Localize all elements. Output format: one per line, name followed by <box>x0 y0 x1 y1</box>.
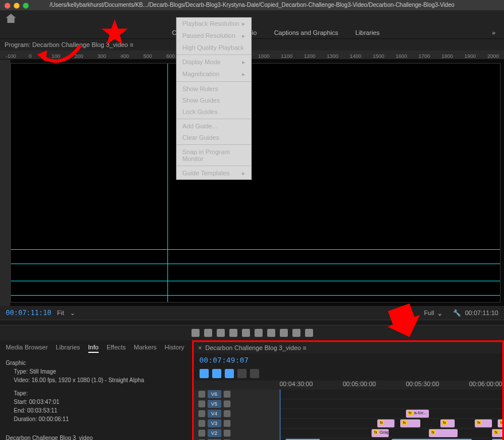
track-label[interactable]: V2 <box>208 429 221 437</box>
eye-icon[interactable] <box>224 391 230 398</box>
clip[interactable]: fx <box>492 429 503 437</box>
menu-snap[interactable]: Snap in Program Monitor <box>177 146 251 164</box>
lock-icon[interactable] <box>198 430 205 437</box>
info-end: End: 00:03:53:11 <box>6 406 186 415</box>
eye-icon[interactable] <box>224 400 230 407</box>
fit-dropdown[interactable]: Fit <box>57 309 64 316</box>
menu-playback-resolution[interactable]: Playback Resolution▸ <box>177 18 251 30</box>
menu-magnification[interactable]: Magnification▸ <box>177 68 251 80</box>
timeline-panel: ×Decarbon Challenge Blog 3_video ≡ 00:07… <box>192 340 505 440</box>
monitor-canvas[interactable] <box>10 63 501 302</box>
guide-vertical[interactable] <box>167 64 168 302</box>
ruler-vertical[interactable] <box>0 60 10 306</box>
info-start: Start: 00:03:47:01 <box>6 398 186 406</box>
clip[interactable]: fx <box>440 419 455 427</box>
menu-libraries[interactable]: Libraries <box>355 29 380 36</box>
lock-icon[interactable] <box>198 400 205 407</box>
menu-paused-resolution[interactable]: Paused Resolution▸ <box>177 30 251 42</box>
clip[interactable]: fx <box>475 419 492 427</box>
tab-libraries[interactable]: Libraries <box>56 344 80 353</box>
eye-icon[interactable] <box>224 420 230 427</box>
tab-effects[interactable]: Effects <box>107 344 126 353</box>
menu-add-guide[interactable]: Add Guide... <box>177 120 251 132</box>
guide-horizontal[interactable] <box>11 281 500 281</box>
ruler-mark: 400 <box>120 53 143 59</box>
lift-button[interactable] <box>280 329 288 337</box>
guide-horizontal[interactable] <box>11 249 500 250</box>
step-fwd-button[interactable] <box>255 329 263 337</box>
ruler-mark: 1700 <box>419 53 442 59</box>
go-in-button[interactable] <box>217 329 225 337</box>
track-label[interactable]: V3 <box>208 419 221 427</box>
menu-show-rulers[interactable]: Show Rulers <box>177 83 251 95</box>
full-dropdown[interactable]: Full <box>424 309 434 316</box>
tab-media-browser[interactable]: Media Browser <box>6 344 48 353</box>
guide-horizontal[interactable] <box>11 295 500 296</box>
mark-out-button[interactable] <box>204 329 212 337</box>
info-panel: Media Browser Libraries Info Effects Mar… <box>0 340 192 440</box>
clip[interactable]: fx <box>498 419 503 427</box>
program-monitor <box>0 60 504 306</box>
svg-marker-0 <box>101 19 128 45</box>
menu-more-icon[interactable]: » <box>492 29 495 36</box>
tab-history[interactable]: History <box>165 344 184 353</box>
tab-markers[interactable]: Markers <box>134 344 157 353</box>
ruler-mark: 1900 <box>464 53 487 59</box>
timeline-tracks: V6V5V4fxa-for...V3fxfxfxfxfxV2fxGraphicf… <box>194 390 503 440</box>
menu-captions[interactable]: Captions and Graphics <box>274 29 338 36</box>
tab-info[interactable]: Info <box>88 344 99 353</box>
menu-lock-guides[interactable]: Lock Guides <box>177 106 251 117</box>
track-label[interactable]: V4 <box>208 410 221 418</box>
eye-icon[interactable] <box>224 410 230 417</box>
menu-show-guides[interactable]: Show Guides <box>177 95 251 106</box>
lock-icon[interactable] <box>198 420 205 427</box>
info-tape: Tape: <box>6 389 186 398</box>
ruler-mark: 1500 <box>373 53 396 59</box>
ruler-mark: 1600 <box>396 53 419 59</box>
eye-icon[interactable] <box>224 430 230 437</box>
chevron-down-icon[interactable]: ⌄ <box>70 309 75 317</box>
home-icon[interactable] <box>6 14 16 23</box>
annotation-arrow <box>34 40 86 70</box>
menu-display-mode[interactable]: Display Mode▸ <box>177 56 251 68</box>
annotation-big-arrow <box>386 304 421 339</box>
timeline-timecode[interactable]: 00:07:49:07 <box>194 353 503 367</box>
track-row: V2fxGraphicfxfx <box>194 429 503 438</box>
go-out-button[interactable] <box>267 329 275 337</box>
marker-icon[interactable] <box>225 369 234 378</box>
ruler-mark: 1100 <box>281 53 304 59</box>
clip[interactable]: fx <box>400 419 420 427</box>
track-label[interactable]: V5 <box>208 400 221 408</box>
clip[interactable]: fx <box>429 429 458 437</box>
timecode-left[interactable]: 00:07:11:10 <box>6 309 51 317</box>
clip[interactable]: fx <box>377 419 394 427</box>
lock-icon[interactable] <box>198 391 205 398</box>
menu-clear-guides[interactable]: Clear Guides <box>177 132 251 143</box>
track-row: V4fxa-for... <box>194 409 503 419</box>
settings-icon[interactable] <box>237 369 247 378</box>
mark-in-button[interactable] <box>192 329 200 337</box>
ruler-mark: 1400 <box>350 53 373 59</box>
linked-sel-icon[interactable] <box>212 369 221 378</box>
export-frame-button[interactable] <box>305 329 313 337</box>
ruler-mark: 500 <box>143 53 166 59</box>
scrubber[interactable] <box>0 320 504 325</box>
play-button[interactable] <box>242 329 250 337</box>
timeline-title: Decarbon Challenge Blog 3_video ≡ <box>205 344 306 351</box>
ruler-mark: -100 <box>6 53 29 59</box>
snap-icon[interactable] <box>200 369 209 378</box>
lock-icon[interactable] <box>198 410 205 417</box>
extract-button[interactable] <box>292 329 300 337</box>
info-graphic: Graphic <box>6 359 186 367</box>
timeline-mark: 00:04:30:00 <box>280 380 313 390</box>
menu-guide-templates[interactable]: Guide Templates▸ <box>177 167 251 179</box>
step-back-button[interactable] <box>229 329 237 337</box>
timeline-ruler[interactable]: 00:04:30:0000:05:00:0000:05:30:0000:06:0… <box>194 380 503 390</box>
info-duration: Duration: 00:00:06:11 <box>6 415 186 423</box>
clip[interactable]: fxGraphic <box>372 429 389 437</box>
track-label[interactable]: V6 <box>208 390 221 398</box>
guide-horizontal[interactable] <box>11 264 500 264</box>
wrench-icon[interactable] <box>250 369 259 378</box>
menu-high-quality[interactable]: High Quality Playback <box>177 42 251 53</box>
clip[interactable]: fxa-for... <box>406 410 429 418</box>
